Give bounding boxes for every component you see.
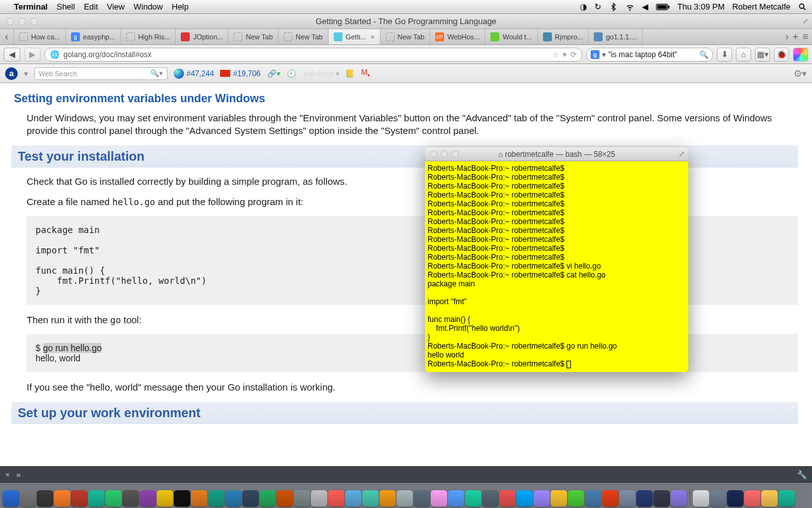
macos-dock[interactable] <box>0 483 812 508</box>
menubar-app-name[interactable]: Terminal <box>14 2 48 11</box>
timemachine-menubar-icon[interactable]: ↻ <box>594 2 601 11</box>
search-field[interactable]: g ▾ "is mac laptop 64bit" 🔍 <box>586 48 713 62</box>
terminal-titlebar[interactable]: ⌂ robertmetcalfe — bash — 58×25 ⤢ <box>425 147 688 161</box>
evernote-menubar-icon[interactable]: ◑ <box>580 2 587 11</box>
dock-app-icon[interactable] <box>727 490 743 507</box>
dock-app-icon[interactable] <box>122 490 139 507</box>
dock-app-icon[interactable] <box>242 490 259 507</box>
menubar-user[interactable]: Robert Metcalfe <box>732 2 790 11</box>
firebug-button[interactable]: 🐞 <box>774 48 789 62</box>
search-submit-icon[interactable]: 🔍 <box>699 50 709 59</box>
home-button[interactable]: ⌂ <box>736 48 751 62</box>
menu-shell[interactable]: Shell <box>56 2 75 11</box>
dock-app-icon[interactable] <box>710 490 726 507</box>
terminal-window[interactable]: ⌂ robertmetcalfe — bash — 58×25 ⤢ Robert… <box>425 147 688 372</box>
bluetooth-menubar-icon[interactable] <box>609 3 618 11</box>
dock-app-icon[interactable] <box>671 490 687 507</box>
wifi-menubar-icon[interactable] <box>625 3 634 11</box>
rating-stars[interactable]: ☆☆☆☆☆ ▾ <box>303 69 339 78</box>
browser-tab[interactable]: JOption... <box>176 29 228 44</box>
alexa-global-rank[interactable]: #47,244 <box>174 69 214 79</box>
tab-overflow-back-button[interactable]: ‹ <box>0 29 14 44</box>
dock-app-icon[interactable] <box>619 490 636 507</box>
dock-app-icon[interactable] <box>482 490 499 507</box>
dock-app-icon[interactable] <box>761 490 778 507</box>
dock-app-icon[interactable] <box>54 490 70 507</box>
browser-tab[interactable]: Would t... <box>485 29 537 44</box>
tab-overflow-forward-button[interactable]: › <box>785 31 789 43</box>
terminal-zoom-button[interactable] <box>452 150 459 157</box>
tab-close-button[interactable]: × <box>370 33 374 41</box>
downloads-button[interactable]: ⬇ <box>717 48 732 62</box>
dock-app-icon[interactable] <box>225 490 242 507</box>
terminal-fullscreen-icon[interactable]: ⤢ <box>679 150 684 158</box>
dock-app-icon[interactable] <box>585 490 601 507</box>
dock-app-icon[interactable] <box>568 490 584 507</box>
terminal-close-button[interactable] <box>430 150 437 157</box>
google-engine-icon[interactable]: g <box>591 50 599 59</box>
firebug-console-icon[interactable]: » <box>16 470 21 479</box>
dock-app-icon[interactable] <box>693 490 709 507</box>
dock-app-icon[interactable] <box>499 490 516 507</box>
wayback-icon[interactable]: 🕘 <box>287 69 296 78</box>
dock-app-icon[interactable] <box>191 490 207 507</box>
terminal-output[interactable]: Roberts-MacBook-Pro:~ robertmetcalfe$ Ro… <box>425 161 688 372</box>
dock-app-icon[interactable] <box>448 490 464 507</box>
menu-window[interactable]: Window <box>134 2 163 11</box>
browser-tab[interactable]: Getti...× <box>329 29 381 44</box>
url-field[interactable]: 🌐 golang.org/doc/install#osx ☆ ▾ ⟳ <box>44 48 582 62</box>
firebug-bar[interactable]: × » 🔧 <box>0 466 812 483</box>
alexa-settings-icon[interactable]: ⚙▾ <box>794 68 807 79</box>
browser-tab[interactable]: New Tab <box>228 29 278 44</box>
dock-app-icon[interactable] <box>277 490 293 507</box>
dock-app-icon[interactable] <box>431 490 447 507</box>
dock-app-icon[interactable] <box>345 490 362 507</box>
dock-app-icon[interactable] <box>294 490 310 507</box>
feed-button[interactable]: ▦▾ <box>755 48 770 62</box>
dock-app-icon[interactable] <box>551 490 567 507</box>
window-minimize-button[interactable] <box>18 18 26 25</box>
dock-app-icon[interactable] <box>414 490 430 507</box>
dock-app-icon[interactable] <box>778 490 795 507</box>
gmail-icon[interactable]: M▾ <box>361 68 370 78</box>
dock-app-icon[interactable] <box>636 490 653 507</box>
menu-edit[interactable]: Edit <box>84 2 98 11</box>
alexa-country-rank[interactable]: #19,706 <box>220 69 260 78</box>
menu-help[interactable]: Help <box>172 2 189 11</box>
dock-app-icon[interactable] <box>157 490 173 507</box>
dock-app-icon[interactable] <box>37 490 53 507</box>
browser-tab[interactable]: Rjmpro... <box>538 29 589 44</box>
dock-app-icon[interactable] <box>653 490 670 507</box>
alexa-search-input[interactable]: Web Search 🔍▾ <box>34 67 167 80</box>
window-zoom-button[interactable] <box>30 18 38 25</box>
firebug-tools-icon[interactable]: 🔧 <box>797 470 807 479</box>
reload-button[interactable]: ⟳ <box>570 50 577 59</box>
volume-menubar-icon[interactable]: ◀ <box>642 2 648 11</box>
browser-tab[interactable]: New Tab <box>381 29 431 44</box>
window-close-button[interactable] <box>6 18 14 25</box>
dock-app-icon[interactable] <box>174 490 190 507</box>
alexa-logo-icon[interactable]: a <box>5 67 18 80</box>
dock-app-icon[interactable] <box>71 490 88 507</box>
dock-app-icon[interactable] <box>362 490 379 507</box>
dock-app-icon[interactable] <box>516 490 533 507</box>
dock-app-icon[interactable] <box>20 490 36 507</box>
browser-tab[interactable]: go1.1.1.... <box>589 29 643 44</box>
dock-app-icon[interactable] <box>328 490 344 507</box>
dock-app-icon[interactable] <box>465 490 481 507</box>
browser-tab[interactable]: New Tab <box>278 29 329 44</box>
dock-app-icon[interactable] <box>396 490 413 507</box>
window-titlebar[interactable]: Getting Started - The Go Programming Lan… <box>0 14 812 29</box>
back-button[interactable]: ◀ <box>4 48 20 62</box>
dropdown-icon[interactable]: ▾ <box>563 50 566 59</box>
firebug-close-button[interactable]: × <box>5 470 10 479</box>
dock-app-icon[interactable] <box>208 490 225 507</box>
browser-tab[interactable]: geasyphp... <box>66 29 121 44</box>
browser-tab[interactable]: cPWebHos... <box>430 29 485 44</box>
heading-env-vars[interactable]: Setting environment variables under Wind… <box>14 92 798 105</box>
window-fullscreen-icon[interactable]: ⤢ <box>802 17 808 25</box>
browser-tab[interactable]: How ca... <box>14 29 66 44</box>
site-identity-icon[interactable]: 🌐 <box>50 50 60 59</box>
dock-app-icon[interactable] <box>140 490 156 507</box>
dock-app-icon[interactable] <box>602 490 619 507</box>
